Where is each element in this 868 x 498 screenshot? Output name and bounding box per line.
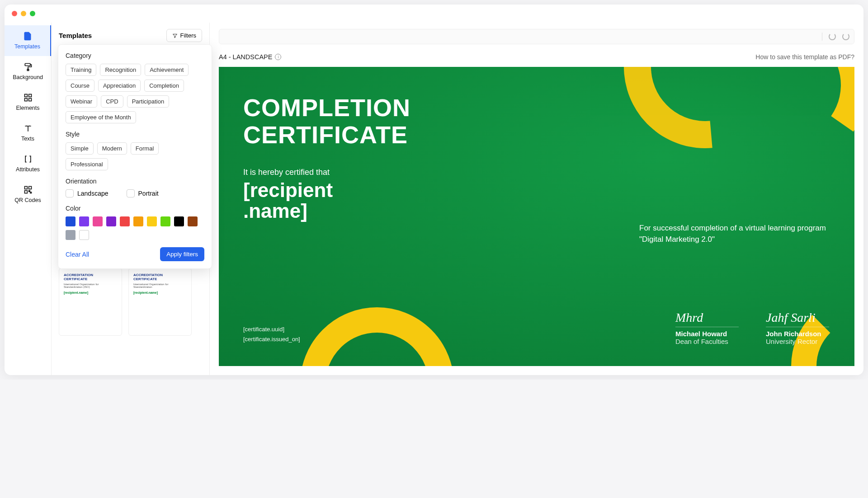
color-swatch[interactable] [79, 216, 89, 226]
cert-meta[interactable]: [certificate.uuid] [certificate.issued_o… [243, 324, 300, 344]
orientation-portrait-option[interactable]: Portrait [127, 189, 159, 197]
thumb-title: ACCREDITATION CERTIFICATE [133, 273, 187, 281]
svg-rect-8 [24, 191, 27, 193]
color-swatch[interactable] [133, 216, 143, 226]
minimize-dot[interactable] [21, 11, 26, 16]
category-chip[interactable]: Webinar [66, 95, 97, 108]
cert-issued: [certificate.issued_on] [243, 334, 300, 344]
category-chip-group: TrainingRecognitionAchievementCourseAppr… [66, 64, 204, 123]
nav-label: Background [13, 74, 43, 80]
info-icon[interactable]: i [275, 54, 281, 60]
undo-icon[interactable] [829, 33, 836, 40]
decorative-shape [692, 67, 854, 179]
color-swatch[interactable] [174, 216, 184, 226]
close-dot[interactable] [12, 11, 17, 16]
cert-uuid: [certificate.uuid] [243, 324, 300, 334]
color-heading: Color [66, 205, 204, 212]
signature-name: Michael Howard [675, 330, 739, 338]
signature-name: John Richardson [766, 330, 829, 338]
certificate-canvas[interactable]: COMPLETION CERTIFICATE It is hereby cert… [219, 67, 854, 366]
svg-rect-3 [28, 94, 31, 97]
app-window: Templates Background Elements Texts Attr… [5, 5, 863, 375]
style-chip-group: SimpleModernFormalProfessional [66, 142, 204, 170]
svg-rect-0 [25, 64, 30, 66]
canvas-area: A4 - LANDSCAPE i How to save this templa… [210, 23, 863, 375]
clear-all-link[interactable]: Clear All [66, 251, 89, 258]
style-chip[interactable]: Formal [131, 142, 159, 155]
nav-qrcodes[interactable]: QR Codes [5, 179, 51, 210]
svg-rect-4 [24, 99, 27, 101]
nav-label: Attributes [16, 166, 40, 173]
signature-block[interactable]: Jahf Sarli John Richardson University Re… [766, 310, 829, 345]
filters-button[interactable]: Filters [166, 29, 202, 42]
color-swatch[interactable] [120, 216, 130, 226]
text-icon [24, 124, 33, 133]
style-chip[interactable]: Modern [97, 142, 127, 155]
paint-roller-icon [24, 62, 33, 71]
category-chip[interactable]: Recognition [100, 64, 141, 76]
template-thumb[interactable]: ACCREDITATION CERTIFICATE International … [128, 268, 192, 336]
style-chip[interactable]: Professional [66, 158, 108, 170]
svg-rect-5 [28, 99, 31, 101]
nav-label: QR Codes [14, 197, 41, 203]
category-chip[interactable]: Employee of the Month [66, 111, 136, 123]
color-swatch[interactable] [106, 216, 116, 226]
category-chip[interactable]: Course [66, 80, 94, 92]
nav-attributes[interactable]: Attributes [5, 148, 51, 179]
color-swatch[interactable] [79, 230, 89, 240]
style-heading: Style [66, 131, 204, 138]
nav-templates[interactable]: Templates [5, 25, 51, 56]
color-swatch[interactable] [93, 216, 103, 226]
redo-icon[interactable] [842, 33, 849, 40]
orientation-landscape-option[interactable]: Landscape [66, 189, 108, 197]
panel-title: Templates [59, 32, 92, 39]
svg-rect-2 [24, 94, 27, 97]
canvas-size-text: A4 - LANDSCAPE [219, 53, 272, 61]
category-chip[interactable]: Participation [127, 95, 170, 108]
nav-label: Texts [21, 136, 34, 142]
signature-role: University Rector [766, 338, 829, 345]
templates-panel: Templates Filters Category TrainingRecog… [52, 23, 210, 375]
style-chip[interactable]: Simple [66, 142, 94, 155]
decorative-shape [300, 307, 454, 366]
apply-filters-button[interactable]: Apply filters [160, 247, 204, 261]
titlebar [5, 5, 863, 23]
orientation-landscape-label: Landscape [77, 190, 108, 197]
nav-texts[interactable]: Texts [5, 117, 51, 148]
template-thumbnails: ACCREDITATION CERTIFICATE International … [59, 268, 202, 336]
thumb-recipient: [recipient.name] [133, 291, 187, 294]
cert-intro[interactable]: It is hereby certified that [243, 168, 830, 177]
color-swatch[interactable] [188, 216, 198, 226]
nav-elements[interactable]: Elements [5, 87, 51, 117]
cert-recipient[interactable]: [recipient .name] [243, 180, 388, 221]
orientation-portrait-label: Portrait [138, 190, 159, 197]
nav-background[interactable]: Background [5, 56, 51, 87]
help-link[interactable]: How to save this template as PDF? [755, 53, 854, 61]
orientation-heading: Orientation [66, 178, 204, 185]
content: Templates Background Elements Texts Attr… [5, 23, 863, 375]
category-chip[interactable]: Achievement [145, 64, 189, 76]
filters-button-label: Filters [180, 32, 196, 39]
thumb-subtitle: International Organization for Standardi… [133, 283, 187, 288]
color-swatch[interactable] [66, 216, 75, 226]
thumb-title: ACCREDITATION CERTIFICATE [64, 273, 117, 281]
maximize-dot[interactable] [30, 11, 35, 16]
color-swatch[interactable] [147, 216, 157, 226]
nav-label: Elements [16, 105, 39, 111]
template-thumb[interactable]: ACCREDITATION CERTIFICATE International … [59, 268, 122, 336]
category-chip[interactable]: CPD [101, 95, 123, 108]
canvas-toolbar [219, 29, 854, 44]
qr-icon [24, 185, 33, 194]
color-swatch[interactable] [66, 230, 75, 240]
category-chip[interactable]: Appreciation [98, 80, 141, 92]
cert-description[interactable]: For successful completion of a virtual l… [639, 223, 829, 245]
thumb-recipient: [recipient.name] [64, 291, 117, 294]
category-chip[interactable]: Training [66, 64, 96, 76]
checkbox-icon [127, 189, 135, 197]
category-chip[interactable]: Completion [144, 80, 184, 92]
signature-scribble: Mhrd [675, 310, 739, 327]
signature-block[interactable]: Mhrd Michael Howard Dean of Faculties [675, 310, 739, 345]
signature-scribble: Jahf Sarli [766, 310, 829, 327]
color-swatch[interactable] [160, 216, 170, 226]
brackets-icon [24, 155, 33, 164]
